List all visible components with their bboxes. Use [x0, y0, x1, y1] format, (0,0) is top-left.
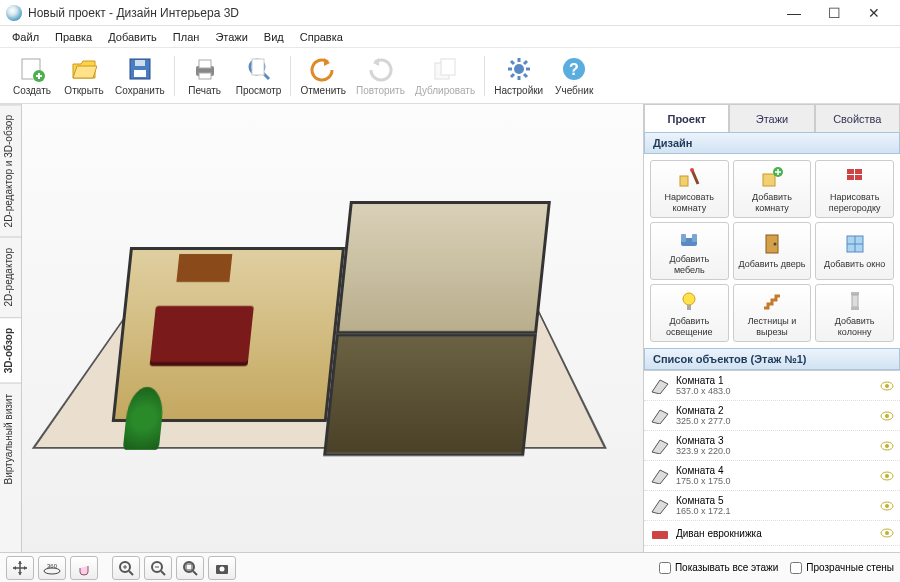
object-name: Комната 3: [676, 435, 874, 446]
menu-plan[interactable]: План: [165, 28, 208, 46]
list-item[interactable]: Комната 1537.0 x 483.0: [644, 371, 900, 401]
add-lighting-button[interactable]: Добавить освещение: [650, 284, 729, 342]
draw-partition-button[interactable]: Нарисовать перегородку: [815, 160, 894, 218]
snapshot-button[interactable]: [208, 556, 236, 580]
menu-edit[interactable]: Правка: [47, 28, 100, 46]
side-panel: Проект Этажи Свойства Дизайн Нарисовать …: [644, 104, 900, 552]
transparent-walls-checkbox[interactable]: Прозрачные стены: [790, 562, 894, 574]
window-title: Новый проект - Дизайн Интерьера 3D: [28, 6, 239, 20]
design-section-header: Дизайн: [644, 132, 900, 154]
menu-floors[interactable]: Этажи: [207, 28, 255, 46]
vtab-2d[interactable]: 2D-редактор: [0, 237, 21, 317]
add-window-button[interactable]: Добавить окно: [815, 222, 894, 280]
3d-canvas[interactable]: [22, 104, 643, 552]
draw-room-icon: [677, 165, 701, 189]
vtab-virtual[interactable]: Виртуальный визит: [0, 383, 21, 495]
visibility-icon[interactable]: [880, 469, 894, 483]
menu-help[interactable]: Справка: [292, 28, 351, 46]
add-furniture-button[interactable]: Добавить мебель: [650, 222, 729, 280]
room-icon: [650, 498, 670, 514]
3d-model: [91, 149, 575, 498]
settings-icon: [505, 55, 533, 83]
print-button[interactable]: Печать: [179, 51, 231, 101]
visibility-icon[interactable]: [880, 499, 894, 513]
object-list[interactable]: Комната 1537.0 x 483.0 Комната 2325.0 x …: [644, 370, 900, 552]
list-item[interactable]: Диван еврокнижка: [644, 521, 900, 546]
list-item[interactable]: Комната 5165.0 x 172.1: [644, 491, 900, 521]
preview-icon: [245, 55, 273, 83]
open-icon: [70, 55, 98, 83]
transparent-walls-input[interactable]: [790, 562, 802, 574]
add-door-button[interactable]: Добавить дверь: [733, 222, 812, 280]
main-area: 2D-редактор и 3D-обзор 2D-редактор 3D-об…: [0, 104, 900, 552]
object-name: Комната 4: [676, 465, 874, 476]
show-all-floors-checkbox[interactable]: Показывать все этажи: [659, 562, 778, 574]
create-button[interactable]: Создать: [6, 51, 58, 101]
add-column-button[interactable]: Добавить колонну: [815, 284, 894, 342]
duplicate-label: Дублировать: [415, 85, 475, 96]
list-item[interactable]: Комната 4175.0 x 175.0: [644, 461, 900, 491]
duplicate-icon: [431, 55, 459, 83]
zoom-fit-button[interactable]: [176, 556, 204, 580]
stairs-cutouts-button[interactable]: Лестницы и вырезы: [733, 284, 812, 342]
vertical-tabs: 2D-редактор и 3D-обзор 2D-редактор 3D-об…: [0, 104, 22, 552]
save-label: Сохранить: [115, 85, 165, 96]
tab-properties[interactable]: Свойства: [815, 104, 900, 132]
object-name: Комната 2: [676, 405, 874, 416]
settings-button[interactable]: Настройки: [489, 51, 548, 101]
undo-icon: [309, 55, 337, 83]
tutorial-button[interactable]: ? Учебник: [548, 51, 600, 101]
zoom-in-button[interactable]: [112, 556, 140, 580]
svg-rect-22: [855, 175, 862, 180]
visibility-icon[interactable]: [880, 409, 894, 423]
svg-rect-7: [199, 73, 211, 79]
toolbar-separator: [174, 56, 175, 96]
visibility-icon[interactable]: [880, 379, 894, 393]
menu-file[interactable]: Файл: [4, 28, 47, 46]
svg-rect-25: [692, 234, 697, 242]
room-icon: [650, 408, 670, 424]
viewport: [22, 104, 644, 552]
tab-floors[interactable]: Этажи: [729, 104, 814, 132]
360-button[interactable]: 360: [38, 556, 66, 580]
tab-project[interactable]: Проект: [644, 104, 729, 132]
vtab-2d-3d[interactable]: 2D-редактор и 3D-обзор: [0, 104, 21, 237]
save-button[interactable]: Сохранить: [110, 51, 170, 101]
list-item[interactable]: Комната 2325.0 x 277.0: [644, 401, 900, 431]
svg-rect-32: [852, 295, 858, 307]
menu-view[interactable]: Вид: [256, 28, 292, 46]
redo-button[interactable]: Повторить: [351, 51, 410, 101]
menu-add[interactable]: Добавить: [100, 28, 165, 46]
create-label: Создать: [13, 85, 51, 96]
object-dim: 325.0 x 277.0: [676, 416, 874, 426]
add-room-button[interactable]: Добавить комнату: [733, 160, 812, 218]
draw-room-label: Нарисовать комнату: [653, 192, 726, 213]
visibility-icon[interactable]: [880, 439, 894, 453]
door-label: Добавить дверь: [739, 259, 806, 269]
object-dim: 165.0 x 172.1: [676, 506, 874, 516]
open-button[interactable]: Открыть: [58, 51, 110, 101]
nav-arrows-button[interactable]: [6, 556, 34, 580]
duplicate-button[interactable]: Дублировать: [410, 51, 480, 101]
object-name: Диван еврокнижка: [676, 528, 874, 539]
status-bar: 360 Показывать все этажи Прозрачные стен…: [0, 552, 900, 582]
model-tv: [176, 254, 233, 282]
vtab-3d[interactable]: 3D-обзор: [0, 317, 21, 383]
minimize-button[interactable]: —: [774, 0, 814, 26]
maximize-button[interactable]: ☐: [814, 0, 854, 26]
visibility-icon[interactable]: [880, 526, 894, 540]
close-button[interactable]: ✕: [854, 0, 894, 26]
zoom-out-button[interactable]: [144, 556, 172, 580]
undo-button[interactable]: Отменить: [295, 51, 351, 101]
stairs-icon: [760, 289, 784, 313]
redo-label: Повторить: [356, 85, 405, 96]
svg-rect-3: [134, 70, 146, 77]
hand-button[interactable]: [70, 556, 98, 580]
partition-icon: [843, 165, 867, 189]
draw-room-button[interactable]: Нарисовать комнату: [650, 160, 729, 218]
door-icon: [760, 232, 784, 256]
show-all-floors-input[interactable]: [659, 562, 671, 574]
preview-button[interactable]: Просмотр: [231, 51, 287, 101]
list-item[interactable]: Комната 3323.9 x 220.0: [644, 431, 900, 461]
window-controls: — ☐ ✕: [774, 0, 894, 26]
